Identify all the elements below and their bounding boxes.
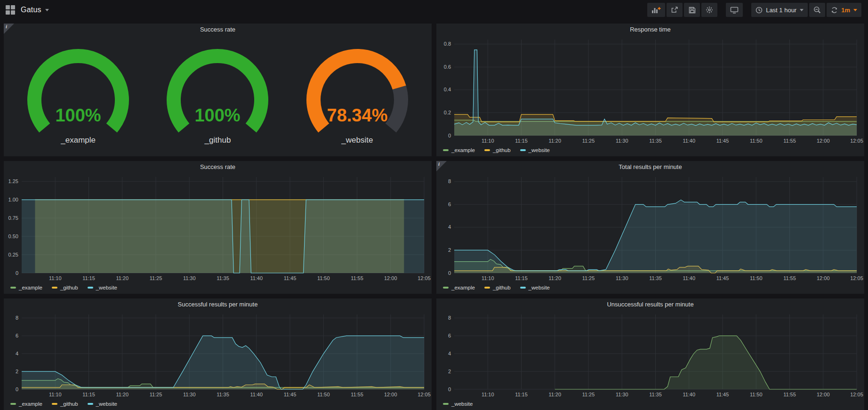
grafana-apps-icon[interactable] (6, 5, 15, 15)
svg-text:11:10: 11:10 (482, 392, 494, 397)
svg-text:12:05: 12:05 (850, 138, 863, 144)
legend-series-name: _example (451, 285, 475, 290)
legend-item-_website[interactable]: _website (88, 285, 117, 290)
legend-item-_website[interactable]: _website (520, 285, 550, 290)
chart-area[interactable]: 0246811:1011:1511:2011:2511:3011:3511:40… (436, 173, 864, 283)
save-button[interactable] (684, 3, 700, 17)
gauge-arc: 100% (14, 47, 142, 139)
svg-text:11:20: 11:20 (548, 138, 561, 144)
add-panel-icon (651, 6, 661, 14)
legend-item-_example[interactable]: _example (10, 401, 42, 407)
svg-text:11:15: 11:15 (82, 275, 95, 281)
gauge-_github: 100%_github (153, 47, 281, 145)
zoom-out-button[interactable] (809, 3, 825, 17)
legend-item-_example[interactable]: _example (443, 285, 475, 290)
time-range-label: Last 1 hour (766, 7, 796, 14)
legend-series-color (520, 149, 526, 151)
svg-text:11:50: 11:50 (317, 275, 330, 281)
legend-series-color (443, 149, 449, 151)
svg-text:11:25: 11:25 (150, 392, 162, 397)
legend-series-name: _github (493, 147, 511, 153)
legend-item-_github[interactable]: _github (484, 147, 511, 153)
svg-text:11:25: 11:25 (582, 275, 595, 281)
svg-text:11:30: 11:30 (183, 275, 196, 281)
svg-text:11:40: 11:40 (683, 392, 695, 397)
legend-item-_github[interactable]: _github (52, 285, 78, 290)
legend-item-_github[interactable]: _github (484, 285, 511, 290)
chart-area[interactable]: 00.250.500.751.001.2511:1011:1511:2011:2… (4, 173, 432, 283)
legend-series-name: _github (60, 401, 78, 407)
panel-unsuccessful-results: i Unsuccessful results per minute 024681… (436, 298, 864, 410)
refresh-interval-label: 1m (841, 7, 850, 14)
svg-text:11:25: 11:25 (582, 138, 595, 144)
panel-title[interactable]: Success rate (4, 24, 432, 36)
svg-text:4: 4 (448, 224, 451, 230)
panel-body: 100%_example100%_github78.34%_website (4, 36, 432, 156)
panel-total-results: i Total results per minute 0246811:1011:… (436, 161, 864, 294)
legend-item-_website[interactable]: _website (443, 401, 473, 407)
legend-item-_website[interactable]: _website (88, 401, 117, 407)
navbar: Gatus (0, 0, 868, 20)
svg-text:1.25: 1.25 (8, 178, 18, 184)
dashboard-title-dropdown[interactable]: Gatus (21, 6, 49, 14)
svg-text:11:10: 11:10 (482, 275, 494, 281)
svg-text:4: 4 (16, 351, 18, 356)
chart-area[interactable]: 0246811:1011:1511:2011:2511:3011:3511:40… (4, 311, 432, 400)
svg-text:11:15: 11:15 (515, 275, 528, 281)
info-i: i (438, 161, 440, 167)
svg-text:11:55: 11:55 (351, 392, 363, 397)
svg-text:4: 4 (448, 351, 451, 356)
time-range-picker[interactable]: Last 1 hour (751, 3, 808, 17)
svg-text:11:55: 11:55 (783, 275, 796, 281)
gauge-value: 100% (195, 105, 241, 125)
svg-text:12:00: 12:00 (384, 275, 397, 281)
tv-mode-button[interactable] (726, 3, 743, 17)
svg-text:0: 0 (16, 386, 18, 392)
gear-icon (706, 6, 713, 14)
svg-text:0.75: 0.75 (8, 215, 18, 221)
chart-area[interactable]: 0246811:1011:1511:2011:2511:3011:3511:40… (436, 311, 864, 400)
legend-item-_website[interactable]: _website (520, 147, 550, 153)
svg-text:6: 6 (448, 333, 451, 338)
panel-title[interactable]: Successful results per minute (4, 298, 432, 311)
panel-info-icon[interactable]: i (4, 24, 14, 34)
dashboard-grid: i Success rate 100%_example100%_github78… (0, 20, 868, 410)
chevron-down-icon (853, 9, 857, 11)
svg-text:11:50: 11:50 (750, 275, 763, 281)
legend-item-_github[interactable]: _github (52, 401, 78, 407)
svg-text:11:45: 11:45 (716, 138, 729, 144)
legend-item-_example[interactable]: _example (443, 147, 475, 153)
chart-legend: _example_github_website (436, 146, 864, 156)
add-panel-button[interactable] (647, 3, 665, 17)
panel-title[interactable]: Total results per minute (436, 161, 864, 173)
chart-area[interactable]: 00.20.40.60.811:1011:1511:2011:2511:3011… (436, 36, 864, 146)
settings-button[interactable] (701, 3, 717, 17)
panel-title[interactable]: Response time (436, 24, 864, 36)
panel-title[interactable]: Unsuccessful results per minute (436, 298, 864, 311)
panel-body: 0246811:1011:1511:2011:2511:3011:3511:40… (4, 311, 432, 410)
svg-text:0.25: 0.25 (8, 252, 18, 257)
svg-text:12:05: 12:05 (850, 275, 863, 281)
logo-square (6, 5, 10, 9)
refresh-picker[interactable]: 1m (827, 3, 861, 17)
legend-series-name: _example (19, 285, 42, 290)
gauge-label: _website (341, 136, 373, 145)
svg-text:11:10: 11:10 (482, 138, 494, 144)
svg-text:11:40: 11:40 (250, 275, 263, 281)
legend-series-color (520, 287, 526, 289)
panel-title[interactable]: Success rate (4, 161, 432, 173)
gauge-value: 78.34% (327, 105, 387, 125)
svg-text:11:10: 11:10 (49, 392, 62, 397)
legend-series-name: _github (493, 285, 511, 290)
svg-text:11:15: 11:15 (515, 138, 528, 144)
chart-canvas: 0246811:1011:1511:2011:2511:3011:3511:40… (436, 173, 864, 283)
panel-body: 00.20.40.60.811:1011:1511:2011:2511:3011… (436, 36, 864, 156)
svg-text:11:30: 11:30 (616, 275, 628, 281)
share-button[interactable] (667, 3, 683, 17)
panel-info-icon[interactable]: i (436, 161, 447, 171)
legend-item-_example[interactable]: _example (10, 285, 42, 290)
legend-series-name: _example (451, 147, 475, 153)
svg-text:11:55: 11:55 (783, 138, 796, 144)
svg-text:11:20: 11:20 (116, 392, 129, 397)
save-icon (689, 7, 696, 14)
